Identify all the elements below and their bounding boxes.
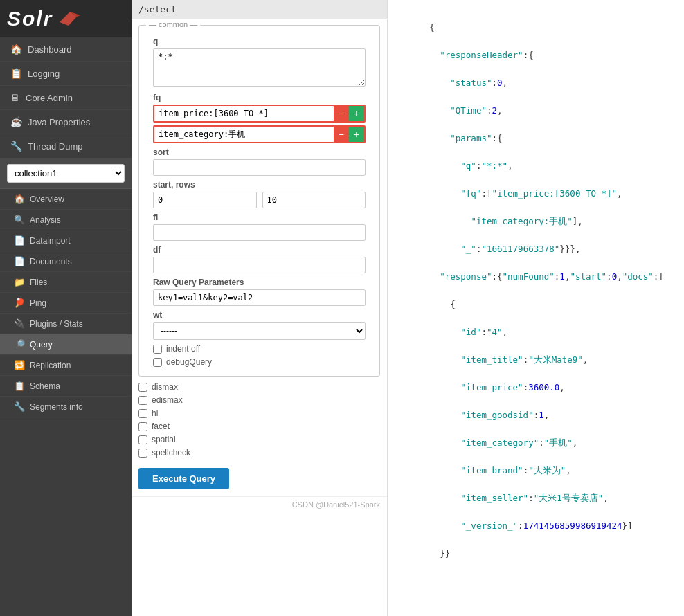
sort-row: sort — [153, 147, 366, 176]
sidebar-item-schema[interactable]: 📋 Schema — [0, 376, 132, 397]
debug-checkbox[interactable] — [153, 358, 162, 367]
watermark: CSDN @Daniel521-Spark — [132, 496, 387, 512]
indent-checkbox[interactable] — [153, 345, 162, 354]
sidebar-item-segments-info[interactable]: 🔧 Segments info — [0, 397, 132, 417]
dismax-checkbox[interactable] — [138, 383, 147, 392]
sidebar-item-query[interactable]: 🔎 Query — [0, 334, 132, 355]
nav-core-admin[interactable]: 🖥 Core Admin — [0, 86, 132, 110]
execute-query-button[interactable]: Execute Query — [138, 468, 229, 489]
nav-logging[interactable]: 📋 Logging — [0, 62, 132, 86]
debug-row: debugQuery — [153, 357, 366, 367]
sort-input[interactable] — [153, 159, 366, 176]
common-fieldset: — common — q fq − + − — [138, 25, 380, 377]
nav-dashboard[interactable]: 🏠 Dashboard — [0, 37, 132, 62]
fq-label: fq — [153, 93, 366, 102]
fl-row: fl — [153, 212, 366, 241]
nav-thread-dump[interactable]: 🔧 Thread Dump — [0, 134, 132, 158]
spellcheck-checkbox[interactable] — [138, 449, 147, 458]
facet-row: facet — [138, 422, 380, 431]
wt-label: wt — [153, 310, 366, 320]
q-row: q — [153, 37, 366, 89]
spatial-checkbox[interactable] — [138, 435, 147, 444]
fq-minus-btn-1[interactable]: − — [334, 127, 349, 142]
core-admin-icon: 🖥 — [10, 92, 20, 103]
raw-query-input[interactable] — [153, 289, 366, 306]
q-label: q — [153, 37, 366, 46]
edismax-checkbox[interactable] — [138, 396, 147, 405]
sidebar-item-analysis[interactable]: 🔍 Analysis — [0, 210, 132, 230]
overview-icon: 🏠 — [14, 194, 25, 204]
fq-row-1: − + — [153, 125, 366, 143]
fl-label: fl — [153, 212, 366, 222]
logging-icon: 📋 — [10, 68, 22, 79]
df-input[interactable] — [153, 257, 366, 273]
wt-row: wt ------ json xml csv — [153, 310, 366, 340]
collection-select-wrap: collection1 — [0, 158, 132, 189]
fq-plus-btn-1[interactable]: + — [349, 127, 364, 142]
ping-icon: 🏓 — [14, 298, 25, 308]
schema-icon: 📋 — [14, 381, 25, 391]
analysis-icon: 🔍 — [14, 215, 25, 225]
raw-query-row: Raw Query Parameters — [153, 278, 366, 306]
files-icon: 📁 — [14, 277, 25, 287]
sidebar: Solr 🏠 Dashboard 📋 Logging 🖥 Core Admin … — [0, 0, 132, 616]
nav-java-properties[interactable]: ☕ Java Properties — [0, 110, 132, 134]
response-panel: { "responseHeader":{ "status":0, "QTime"… — [388, 0, 684, 616]
q-input[interactable] — [153, 48, 366, 87]
plugins-icon: 🔌 — [14, 318, 25, 329]
dashboard-icon: 🏠 — [10, 44, 22, 55]
rows-input[interactable] — [262, 192, 366, 208]
query-url-bar: /select — [132, 0, 387, 19]
query-panel: /select — common — q fq − + — [132, 0, 388, 616]
query-url-text: /select — [138, 4, 177, 15]
df-label: df — [153, 245, 366, 255]
common-legend: — common — — [146, 20, 200, 28]
start-input[interactable] — [153, 192, 257, 208]
sidebar-item-replication[interactable]: 🔁 Replication — [0, 355, 132, 376]
sidebar-item-dataimport[interactable]: 📄 Dataimport — [0, 230, 132, 251]
fq-row-0: − + — [153, 105, 366, 123]
fl-input[interactable] — [153, 224, 366, 241]
fq-section: fq − + − + — [153, 93, 366, 143]
query-icon: 🔎 — [14, 339, 25, 350]
sort-label: sort — [153, 147, 366, 157]
collection-select[interactable]: collection1 — [7, 164, 125, 183]
spatial-row: spatial — [138, 435, 380, 444]
hl-row: hl — [138, 408, 380, 418]
dismax-row: dismax — [138, 382, 380, 392]
content-area: /select — common — q fq − + — [132, 0, 684, 616]
fq-minus-btn-0[interactable]: − — [334, 106, 349, 121]
wt-select[interactable]: ------ json xml csv — [153, 322, 366, 340]
documents-icon: 📄 — [14, 256, 25, 266]
java-icon: ☕ — [10, 116, 22, 127]
df-row: df — [153, 245, 366, 273]
segments-icon: 🔧 — [14, 401, 25, 412]
logo-text: Solr — [7, 7, 53, 30]
raw-query-label: Raw Query Parameters — [153, 278, 366, 287]
dataimport-icon: 📄 — [14, 235, 25, 246]
fq-input-0[interactable] — [154, 106, 334, 121]
start-rows-label: start, rows — [153, 180, 366, 190]
logo-bird-icon — [56, 8, 80, 29]
start-rows-row: start, rows — [153, 180, 366, 208]
logo-area: Solr — [0, 0, 132, 37]
sidebar-item-plugins-stats[interactable]: 🔌 Plugins / Stats — [0, 314, 132, 334]
indent-row: indent off — [153, 344, 366, 354]
fq-plus-btn-0[interactable]: + — [349, 106, 364, 121]
sidebar-item-ping[interactable]: 🏓 Ping — [0, 293, 132, 314]
fq-input-1[interactable] — [154, 127, 334, 142]
sidebar-item-overview[interactable]: 🏠 Overview — [0, 189, 132, 210]
replication-icon: 🔁 — [14, 360, 25, 370]
sidebar-item-documents[interactable]: 📄 Documents — [0, 251, 132, 272]
spellcheck-row: spellcheck — [138, 448, 380, 458]
thread-icon: 🔧 — [10, 141, 22, 152]
edismax-row: edismax — [138, 395, 380, 405]
facet-checkbox[interactable] — [138, 422, 147, 431]
main-area: /select — common — q fq − + — [132, 0, 684, 616]
sidebar-item-files[interactable]: 📁 Files — [0, 272, 132, 293]
hl-checkbox[interactable] — [138, 409, 147, 418]
